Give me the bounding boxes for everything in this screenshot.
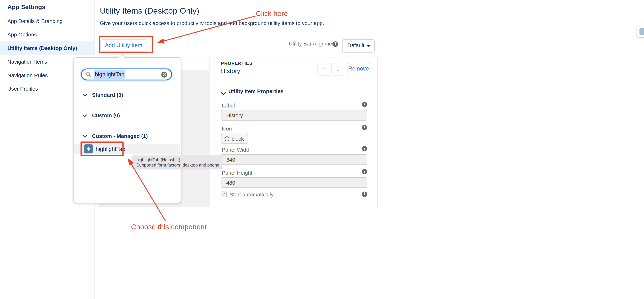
- sidebar-item-app-options[interactable]: App Options: [0, 28, 94, 41]
- chevron-down-icon: [82, 132, 87, 140]
- chevron-down-icon: [82, 112, 87, 119]
- tooltip-line-2: Supported form factors: desktop and phon…: [136, 162, 218, 167]
- panel-width-label: Panel Width: [222, 147, 251, 153]
- move-up-button[interactable]: ↑: [318, 63, 330, 76]
- sidebar-item-utility-items[interactable]: Utility Items (Desktop Only): [0, 41, 94, 55]
- chevron-down-icon[interactable]: [221, 90, 226, 97]
- section-standard-label: Standard (0): [92, 92, 123, 98]
- lightning-component-icon: [84, 144, 93, 153]
- search-icon: [86, 71, 92, 77]
- label-field-input[interactable]: History: [221, 110, 367, 121]
- utility-bar-alignment-label: Utility Bar Alignment: [289, 41, 336, 47]
- panel-width-info-icon[interactable]: i: [362, 146, 367, 151]
- search-input[interactable]: highlightTab: [81, 68, 172, 80]
- panel-height-input[interactable]: 480: [221, 177, 367, 188]
- component-result-label: highlightTab: [96, 144, 125, 154]
- start-automatically-info-icon[interactable]: i: [362, 192, 367, 197]
- annotation-click-here: Click here: [256, 9, 288, 18]
- alignment-info-icon[interactable]: i: [333, 41, 338, 47]
- panel-height-label: Panel Height: [222, 170, 252, 176]
- alignment-select[interactable]: Default: [342, 39, 374, 52]
- arrow-up-icon: ↑: [322, 65, 326, 72]
- panel-width-input[interactable]: 340: [221, 154, 367, 165]
- label-field-label: Label: [222, 103, 235, 109]
- chevron-down-icon: [82, 91, 87, 98]
- annotation-choose-component: Choose this component: [131, 223, 206, 231]
- page-description: Give your users quick access to producti…: [100, 20, 324, 26]
- start-automatically-checkbox[interactable]: ✓: [221, 192, 227, 197]
- component-picker-popover: highlightTab Standard (0) Custom (0) Cus…: [74, 57, 181, 203]
- icon-chip-label: clock: [232, 136, 244, 142]
- component-tooltip: highlightTab (Helpshift) Supported form …: [132, 155, 222, 169]
- clear-search-icon[interactable]: [161, 71, 168, 78]
- move-down-button[interactable]: ↓: [332, 63, 344, 76]
- start-automatically-label: Start automatically: [230, 192, 274, 198]
- properties-eyebrow: PROPERTIES: [221, 61, 252, 66]
- icon-field-label: Icon: [222, 126, 232, 132]
- component-result-highlighttab[interactable]: highlightTab: [74, 144, 180, 154]
- icon-chip: clock: [221, 134, 248, 144]
- app-settings-page: App Settings App Details & Branding App …: [0, 0, 644, 299]
- chevron-down-icon: [366, 45, 370, 47]
- sidebar-item-app-details-branding[interactable]: App Details & Branding: [0, 14, 94, 28]
- panel-height-info-icon[interactable]: i: [362, 169, 367, 174]
- section-custom-managed-label: Custom - Managed (1): [92, 133, 148, 139]
- page-title: Utility Items (Desktop Only): [100, 6, 199, 15]
- section-custom-label: Custom (0): [92, 112, 120, 118]
- clock-icon: [224, 136, 230, 141]
- search-input-value: highlightTab: [94, 70, 125, 79]
- properties-panel: PROPERTIES History ↑ ↓ Remove Utility It…: [210, 57, 378, 207]
- section-standard[interactable]: Standard (0): [82, 91, 123, 99]
- alignment-selected-value: Default: [348, 40, 364, 51]
- remove-button[interactable]: Remove: [347, 62, 370, 76]
- properties-divider: [221, 83, 369, 83]
- tooltip-line-1: highlightTab (Helpshift): [136, 157, 218, 162]
- add-utility-item-button[interactable]: Add Utility Item: [100, 39, 147, 52]
- floating-widget-icon: [640, 28, 644, 35]
- utility-item-properties-title: Utility Item Properties: [228, 88, 284, 94]
- label-info-icon[interactable]: i: [362, 102, 367, 107]
- section-custom[interactable]: Custom (0): [82, 111, 120, 119]
- section-custom-managed[interactable]: Custom - Managed (1): [82, 132, 148, 140]
- selected-item-name: History: [221, 67, 240, 74]
- icon-info-icon[interactable]: i: [362, 125, 367, 130]
- floating-widget[interactable]: [637, 25, 644, 37]
- sidebar-title: App Settings: [8, 3, 45, 10]
- popover-caret: [118, 54, 126, 61]
- arrow-down-icon: ↓: [336, 65, 340, 72]
